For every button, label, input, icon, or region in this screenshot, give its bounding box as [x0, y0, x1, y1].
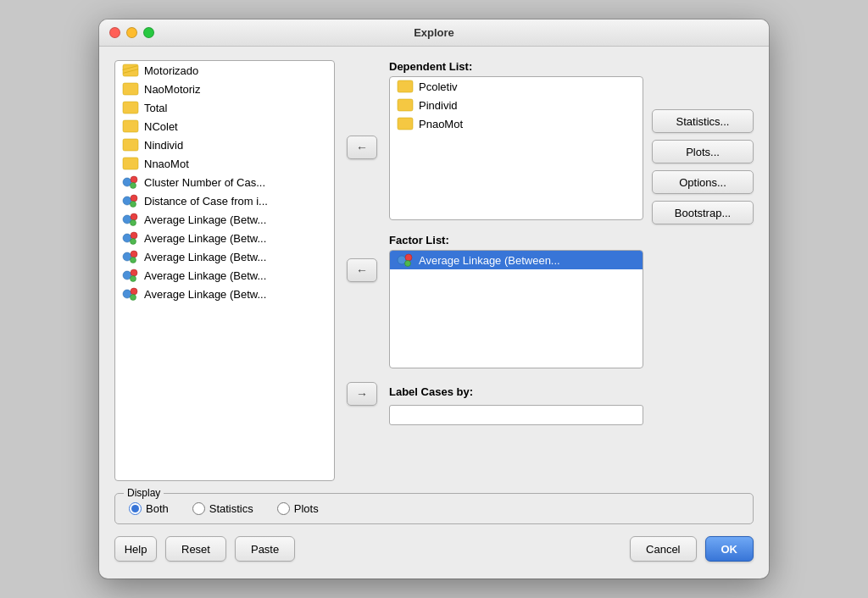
svg-point-12	[131, 195, 137, 202]
ribbon-icon	[122, 157, 139, 170]
ribbon-icon	[122, 138, 139, 152]
cluster-icon	[122, 194, 139, 208]
radio-plots-label: Plots	[294, 502, 319, 515]
svg-point-27	[131, 288, 137, 295]
cluster-icon	[122, 175, 139, 189]
list-item[interactable]: Distance of Case from i...	[115, 191, 334, 210]
dependent-list-label: Dependent List:	[389, 60, 643, 73]
radio-both-input[interactable]	[129, 502, 142, 515]
dialog-content: Motorizado NaoMotoriz Total	[99, 47, 769, 579]
label-cases-input[interactable]	[389, 405, 643, 425]
radio-both-label: Both	[146, 502, 169, 515]
ribbon-icon	[122, 82, 139, 96]
traffic-lights	[109, 27, 154, 38]
close-button[interactable]	[109, 27, 120, 38]
list-item[interactable]: Motorizado	[115, 61, 334, 80]
item-label: Average Linkage (Betw...	[144, 288, 266, 301]
ribbon-icon	[122, 101, 139, 114]
cluster-icon	[122, 269, 139, 282]
svg-rect-31	[398, 118, 413, 130]
item-label: Average Linkage (Betw...	[144, 232, 266, 245]
ribbon-icon	[397, 98, 414, 112]
list-item[interactable]: Average Linkage (Betw...	[115, 285, 334, 303]
move-to-dependent-button[interactable]: ←	[347, 136, 377, 159]
display-legend: Display	[124, 487, 164, 499]
ok-button[interactable]: OK	[705, 536, 754, 562]
plots-button[interactable]: Plots...	[652, 140, 754, 163]
svg-rect-3	[123, 83, 138, 95]
move-to-label-button[interactable]: →	[347, 382, 377, 406]
bootstrap-button[interactable]: Bootstrap...	[652, 201, 754, 224]
radio-statistics-label: Statistics	[209, 502, 253, 515]
svg-point-24	[131, 269, 137, 276]
explore-dialog: Explore Motorizado	[99, 19, 769, 579]
minimize-button[interactable]	[126, 27, 137, 38]
label-cases-section: Label Cases by:	[389, 385, 643, 425]
radio-both[interactable]: Both	[129, 502, 169, 515]
main-area: Motorizado NaoMotoriz Total	[114, 60, 754, 481]
item-label: Nindivid	[144, 139, 183, 152]
options-button[interactable]: Options...	[652, 170, 754, 194]
window-title: Explore	[414, 26, 454, 39]
list-item[interactable]: Total	[115, 98, 334, 117]
cluster-icon	[397, 253, 414, 267]
svg-point-18	[131, 232, 137, 239]
radio-group: Both Statistics Plots	[129, 502, 739, 515]
title-bar: Explore	[99, 19, 769, 47]
item-label: Distance of Case from i...	[144, 195, 268, 208]
maximize-button[interactable]	[143, 27, 154, 38]
list-item[interactable]: Average Linkage (Betw...	[115, 229, 334, 247]
item-label: NnaoMot	[144, 158, 189, 170]
list-item[interactable]: Average Linkage (Betw...	[115, 266, 334, 285]
item-label: Average Linkage (Betw...	[144, 213, 266, 226]
display-group: Display Both Statistics Plots	[114, 493, 754, 524]
statistics-button[interactable]: Statistics...	[652, 109, 754, 133]
variable-list[interactable]: Motorizado NaoMotoriz Total	[114, 60, 335, 481]
cluster-icon	[122, 250, 139, 263]
svg-rect-7	[123, 158, 138, 169]
dependent-item-pcoletiv[interactable]: Pcoletiv	[390, 77, 643, 96]
svg-point-25	[131, 276, 136, 282]
svg-point-19	[131, 239, 136, 245]
svg-point-9	[131, 176, 137, 183]
svg-rect-6	[123, 139, 138, 151]
svg-point-16	[131, 220, 136, 226]
move-to-factor-button[interactable]: ←	[347, 258, 377, 282]
dependent-list[interactable]: Pcoletiv Pindivid PnaoMot	[389, 76, 643, 220]
radio-statistics-input[interactable]	[192, 502, 205, 515]
radio-statistics[interactable]: Statistics	[192, 502, 253, 515]
list-item[interactable]: NColet	[115, 117, 334, 136]
factor-item-avg-linkage[interactable]: Average Linkage (Between...	[390, 251, 643, 269]
svg-point-22	[131, 257, 136, 263]
svg-rect-29	[398, 80, 413, 92]
svg-rect-30	[398, 99, 413, 111]
item-label: Total	[144, 102, 167, 114]
radio-plots-input[interactable]	[277, 502, 290, 515]
list-item[interactable]: NaoMotoriz	[115, 80, 334, 98]
list-item[interactable]: Cluster Number of Cas...	[115, 173, 334, 191]
svg-point-28	[131, 295, 136, 301]
item-label: Average Linkage (Between...	[419, 254, 560, 267]
arrows-area: ← ← →	[343, 60, 381, 481]
svg-point-33	[405, 254, 412, 261]
list-item[interactable]: Nindivid	[115, 136, 334, 154]
item-label: Average Linkage (Betw...	[144, 251, 266, 263]
help-button[interactable]: Help	[114, 536, 157, 562]
reset-button[interactable]: Reset	[165, 536, 226, 562]
dependent-list-section: Dependent List: Pcoletiv Pin	[389, 60, 643, 220]
paste-button[interactable]: Paste	[235, 536, 295, 562]
cluster-icon	[122, 213, 139, 226]
svg-point-10	[131, 183, 136, 189]
list-item[interactable]: Average Linkage (Betw...	[115, 247, 334, 266]
cancel-button[interactable]: Cancel	[630, 536, 696, 562]
item-label: Pcoletiv	[419, 80, 458, 93]
item-label: Motorizado	[144, 64, 198, 77]
list-item[interactable]: Average Linkage (Betw...	[115, 210, 334, 229]
item-label: NaoMotoriz	[144, 83, 200, 96]
svg-point-21	[131, 251, 137, 257]
dependent-item-pnaomot[interactable]: PnaoMot	[390, 114, 643, 133]
list-item[interactable]: NnaoMot	[115, 154, 334, 173]
radio-plots[interactable]: Plots	[277, 502, 319, 515]
dependent-item-pindivid[interactable]: Pindivid	[390, 96, 643, 114]
factor-list[interactable]: Average Linkage (Between...	[389, 250, 643, 368]
